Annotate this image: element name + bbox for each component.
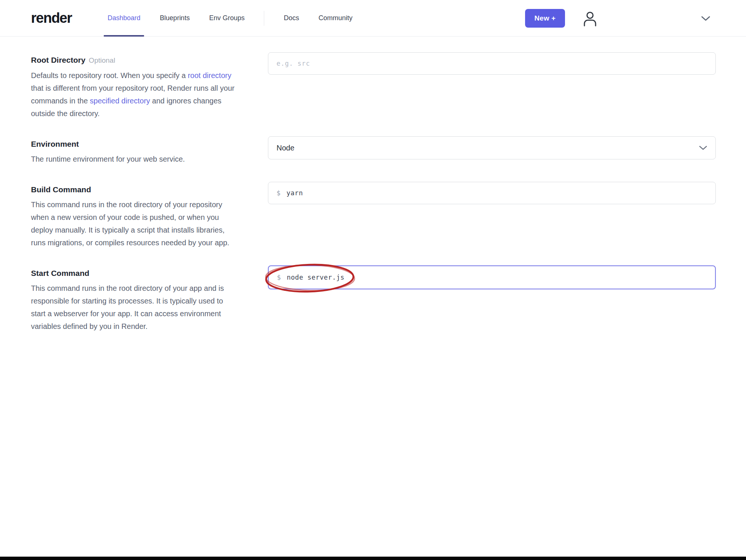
environment-label-col: Environment The runtime environment for … bbox=[31, 136, 268, 165]
root-directory-link[interactable]: root directory bbox=[188, 71, 231, 80]
header: render Dashboard Blueprints Env Groups D… bbox=[0, 0, 746, 37]
specified-directory-link[interactable]: specified directory bbox=[90, 97, 150, 105]
environment-description: The runtime environment for your web ser… bbox=[31, 153, 239, 165]
environment-field-col: Node bbox=[268, 136, 716, 165]
start-command-label: Start Command bbox=[31, 268, 239, 279]
form-section-build-command: Build Command This command runs in the r… bbox=[31, 182, 746, 249]
main-nav: Dashboard Blueprints Env Groups Docs Com… bbox=[98, 0, 362, 36]
environment-select[interactable]: Node bbox=[268, 136, 716, 159]
header-right: New + bbox=[525, 9, 711, 28]
start-command-input[interactable]: $ node server.js bbox=[268, 265, 716, 289]
build-command-value: yarn bbox=[287, 189, 303, 197]
nav-divider bbox=[264, 11, 264, 26]
environment-select-value: Node bbox=[277, 144, 294, 152]
build-command-field-col: $ yarn bbox=[268, 182, 716, 249]
command-prompt: $ bbox=[277, 189, 281, 197]
root-directory-title: Root Directory bbox=[31, 56, 85, 64]
build-command-description: This command runs in the root directory … bbox=[31, 198, 239, 249]
start-command-field-col: $ node server.js bbox=[268, 265, 716, 333]
render-logo[interactable]: render bbox=[31, 10, 72, 26]
optional-badge: Optional bbox=[89, 56, 115, 64]
screenshot-bottom-border bbox=[0, 557, 746, 560]
root-directory-label: Root DirectoryOptional bbox=[31, 55, 239, 66]
form-section-root-directory: Root DirectoryOptional Defaults to repos… bbox=[31, 52, 746, 120]
new-button[interactable]: New + bbox=[525, 9, 565, 28]
nav-tab-dashboard-label: Dashboard bbox=[107, 14, 140, 22]
start-command-value: node server.js bbox=[287, 274, 345, 281]
nav-tab-env-groups[interactable]: Env Groups bbox=[199, 0, 254, 36]
nav-tab-community[interactable]: Community bbox=[309, 0, 362, 36]
chevron-down-icon bbox=[701, 15, 711, 21]
build-command-label-col: Build Command This command runs in the r… bbox=[31, 182, 268, 249]
nav-tab-docs[interactable]: Docs bbox=[274, 0, 309, 36]
root-directory-description: Defaults to repository root. When you sp… bbox=[31, 69, 239, 120]
desc-text: Defaults to repository root. When you sp… bbox=[31, 71, 188, 80]
nav-tab-community-label: Community bbox=[318, 14, 352, 22]
page: render Dashboard Blueprints Env Groups D… bbox=[0, 0, 746, 560]
form-section-environment: Environment The runtime environment for … bbox=[31, 136, 746, 165]
nav-tab-blueprints[interactable]: Blueprints bbox=[150, 0, 199, 36]
service-settings-form: Root DirectoryOptional Defaults to repos… bbox=[0, 37, 746, 333]
build-command-input[interactable]: $ yarn bbox=[268, 182, 716, 204]
nav-tab-env-groups-label: Env Groups bbox=[209, 14, 244, 22]
user-icon bbox=[582, 10, 598, 27]
form-section-start-command: Start Command This command runs in the r… bbox=[31, 265, 746, 333]
user-menu-button[interactable] bbox=[581, 10, 599, 27]
root-directory-label-col: Root DirectoryOptional Defaults to repos… bbox=[31, 52, 268, 120]
command-prompt: $ bbox=[277, 274, 281, 281]
build-command-label: Build Command bbox=[31, 184, 239, 195]
root-directory-input[interactable] bbox=[268, 52, 716, 75]
root-directory-field-col bbox=[268, 52, 716, 120]
start-command-description: This command runs in the root directory … bbox=[31, 282, 239, 333]
start-command-label-col: Start Command This command runs in the r… bbox=[31, 265, 268, 333]
nav-tab-docs-label: Docs bbox=[284, 14, 299, 22]
nav-tab-blueprints-label: Blueprints bbox=[160, 14, 190, 22]
account-dropdown[interactable] bbox=[700, 13, 711, 24]
chevron-down-icon bbox=[699, 145, 707, 150]
environment-label: Environment bbox=[31, 139, 239, 150]
nav-tab-dashboard[interactable]: Dashboard bbox=[98, 0, 150, 36]
